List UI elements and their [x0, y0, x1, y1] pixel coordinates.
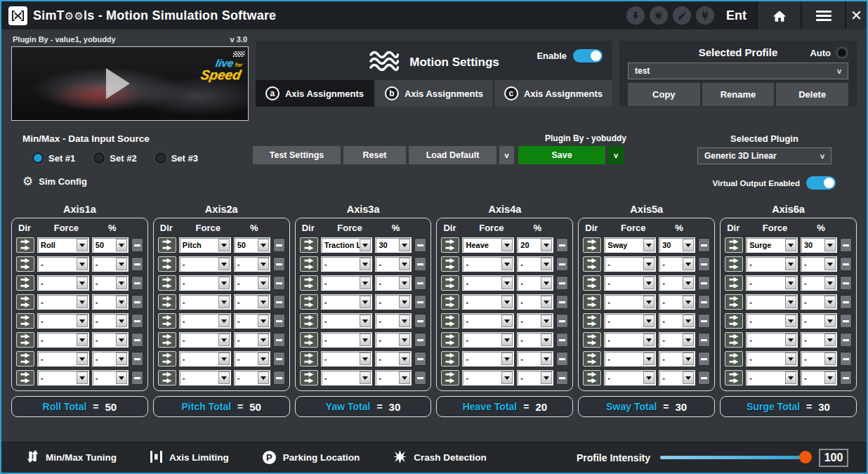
- force-select[interactable]: -: [37, 313, 89, 329]
- remove-row-button[interactable]: [414, 333, 426, 347]
- remove-row-button[interactable]: [131, 333, 143, 347]
- remove-row-button[interactable]: [840, 276, 852, 290]
- load-default-dropdown-button[interactable]: v: [499, 146, 514, 164]
- direction-button[interactable]: [441, 370, 459, 386]
- remove-row-button[interactable]: [414, 314, 426, 328]
- remove-row-button[interactable]: [840, 333, 852, 347]
- direction-button[interactable]: [16, 275, 34, 291]
- force-select[interactable]: -: [604, 313, 656, 329]
- percent-select[interactable]: -: [234, 370, 270, 386]
- radio-set-3[interactable]: Set #3: [155, 152, 198, 164]
- radio-set-1[interactable]: Set #1: [32, 152, 75, 164]
- remove-row-button[interactable]: [414, 276, 426, 290]
- force-select[interactable]: -: [321, 256, 373, 272]
- game-preview-video[interactable]: live for Speed: [11, 46, 249, 121]
- direction-button[interactable]: [16, 256, 34, 272]
- slider-knob[interactable]: [799, 451, 812, 463]
- remove-row-button[interactable]: [556, 352, 568, 366]
- remove-row-button[interactable]: [840, 238, 852, 252]
- close-button[interactable]: ✕: [845, 1, 867, 29]
- percent-select[interactable]: -: [234, 275, 270, 291]
- direction-button[interactable]: [441, 294, 459, 310]
- percent-select[interactable]: -: [375, 294, 412, 310]
- remove-row-button[interactable]: [131, 276, 143, 290]
- remove-row-button[interactable]: [556, 314, 568, 328]
- percent-select[interactable]: -: [92, 351, 129, 367]
- percent-select[interactable]: -: [234, 294, 270, 310]
- force-select[interactable]: -: [321, 351, 373, 367]
- remove-row-button[interactable]: [698, 257, 710, 271]
- menu-button[interactable]: [801, 1, 845, 29]
- force-select[interactable]: -: [746, 294, 798, 310]
- percent-select[interactable]: -: [659, 332, 695, 348]
- percent-select[interactable]: -: [375, 351, 412, 367]
- save-dropdown-button[interactable]: v: [608, 146, 624, 164]
- force-select[interactable]: -: [179, 256, 231, 272]
- remove-row-button[interactable]: [131, 257, 143, 271]
- remove-row-button[interactable]: [273, 371, 285, 385]
- force-select[interactable]: -: [179, 370, 231, 386]
- force-select[interactable]: -: [604, 370, 656, 386]
- percent-select[interactable]: 30: [659, 237, 695, 253]
- remove-row-button[interactable]: [414, 257, 426, 271]
- direction-button[interactable]: [583, 275, 601, 291]
- remove-row-button[interactable]: [414, 371, 426, 385]
- sim-config-button[interactable]: ⚙ Sim Config: [22, 174, 87, 189]
- percent-select[interactable]: 30: [375, 237, 412, 253]
- direction-button[interactable]: [300, 370, 318, 386]
- remove-row-button[interactable]: [273, 333, 285, 347]
- percent-select[interactable]: 20: [517, 237, 553, 253]
- direction-button[interactable]: [441, 275, 459, 291]
- percent-select[interactable]: -: [234, 351, 270, 367]
- plug-icon[interactable]: [696, 6, 714, 25]
- force-select[interactable]: -: [37, 294, 89, 310]
- direction-button[interactable]: [583, 256, 601, 272]
- direction-button[interactable]: [158, 351, 176, 367]
- percent-select[interactable]: -: [92, 256, 129, 272]
- test-settings-button[interactable]: Test Settings: [253, 146, 341, 164]
- radio-dot-icon[interactable]: [32, 152, 44, 164]
- remove-row-button[interactable]: [273, 238, 285, 252]
- direction-button[interactable]: [441, 332, 459, 348]
- force-select[interactable]: -: [37, 275, 89, 291]
- direction-button[interactable]: [158, 370, 176, 386]
- force-select[interactable]: -: [462, 370, 514, 386]
- direction-button[interactable]: [725, 294, 743, 310]
- direction-button[interactable]: [16, 351, 34, 367]
- remove-row-button[interactable]: [556, 257, 568, 271]
- remove-row-button[interactable]: [273, 276, 285, 290]
- percent-select[interactable]: 50: [234, 237, 270, 253]
- force-select[interactable]: Roll: [37, 237, 89, 253]
- force-select[interactable]: -: [462, 313, 514, 329]
- remove-row-button[interactable]: [840, 371, 852, 385]
- direction-button[interactable]: [158, 294, 176, 310]
- force-select[interactable]: Traction Loss: [321, 237, 373, 253]
- direction-button[interactable]: [441, 237, 459, 253]
- force-select[interactable]: -: [746, 256, 798, 272]
- remove-row-button[interactable]: [131, 314, 143, 328]
- download-icon[interactable]: [626, 6, 645, 25]
- direction-button[interactable]: [725, 370, 743, 386]
- direction-button[interactable]: [158, 313, 176, 329]
- remove-row-button[interactable]: [840, 257, 852, 271]
- force-select[interactable]: -: [462, 256, 514, 272]
- force-select[interactable]: -: [746, 370, 798, 386]
- percent-select[interactable]: -: [234, 332, 270, 348]
- enable-toggle[interactable]: [573, 49, 603, 62]
- percent-select[interactable]: -: [92, 275, 129, 291]
- direction-button[interactable]: [441, 351, 459, 367]
- percent-select[interactable]: -: [659, 294, 695, 310]
- direction-button[interactable]: [300, 332, 318, 348]
- force-select[interactable]: -: [321, 275, 373, 291]
- direction-button[interactable]: [16, 294, 34, 310]
- force-select[interactable]: -: [37, 351, 89, 367]
- direction-button[interactable]: [300, 294, 318, 310]
- percent-select[interactable]: -: [517, 294, 553, 310]
- remove-row-button[interactable]: [556, 238, 568, 252]
- percent-select[interactable]: -: [801, 351, 837, 367]
- percent-select[interactable]: 30: [801, 237, 837, 253]
- force-select[interactable]: Sway: [604, 237, 656, 253]
- direction-button[interactable]: [16, 313, 34, 329]
- remove-row-button[interactable]: [131, 371, 143, 385]
- force-select[interactable]: Heave: [462, 237, 514, 253]
